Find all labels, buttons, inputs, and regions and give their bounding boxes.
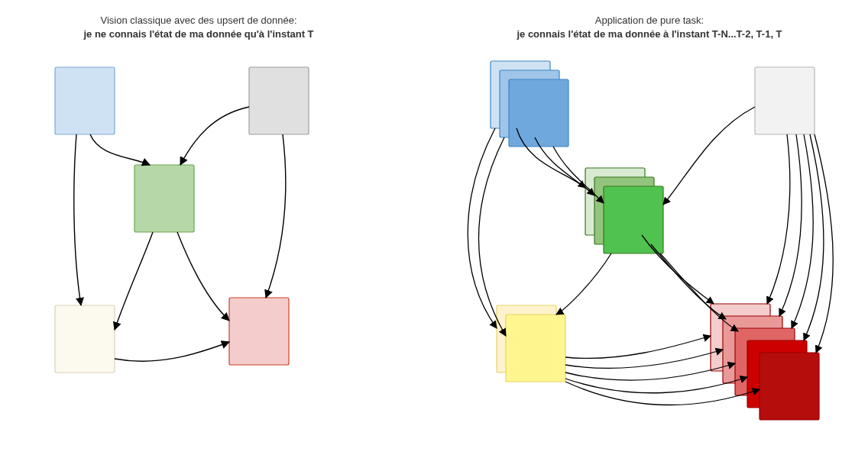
right-green-2 xyxy=(604,186,663,253)
right-red-4 xyxy=(760,353,819,420)
diagram-canvas xyxy=(0,0,868,458)
r-arrow-yellow-red4 xyxy=(565,382,760,405)
left-node-blue xyxy=(55,67,115,134)
left-arrow-grey-pink xyxy=(266,134,286,298)
right-blue-2 xyxy=(509,79,568,147)
left-node-green xyxy=(134,165,194,232)
r-arrow-yellow-red0 xyxy=(565,336,711,358)
r-arrow-grey-red3 xyxy=(804,134,824,340)
left-node-pink xyxy=(229,298,289,365)
r-arrow-grey-red1 xyxy=(779,134,802,316)
r-arrow-grey-red0 xyxy=(767,134,790,304)
left-node-grey xyxy=(249,67,309,134)
r-arrow-grey-green xyxy=(663,107,755,205)
left-arrow-blue-green xyxy=(90,134,150,165)
right-diagram xyxy=(468,61,833,420)
r-arrow-blue0-yellow xyxy=(468,128,497,328)
r-arrow-green-yellow xyxy=(556,253,611,314)
left-arrow-blue-cream xyxy=(74,134,81,305)
right-stack-blue xyxy=(491,61,568,147)
left-arrow-cream-pink xyxy=(115,342,229,361)
right-stack-yellow xyxy=(497,305,565,382)
left-node-cream xyxy=(55,305,115,373)
right-yellow-1 xyxy=(506,314,565,382)
left-arrow-green-pink xyxy=(177,232,229,321)
left-arrow-grey-green xyxy=(180,107,249,165)
r-arrow-grey-red2 xyxy=(792,134,813,328)
right-stack-green xyxy=(585,168,663,253)
left-arrow-green-cream xyxy=(115,232,153,330)
right-stack-red xyxy=(711,304,819,420)
left-diagram xyxy=(55,67,309,373)
right-node-grey xyxy=(755,67,815,134)
